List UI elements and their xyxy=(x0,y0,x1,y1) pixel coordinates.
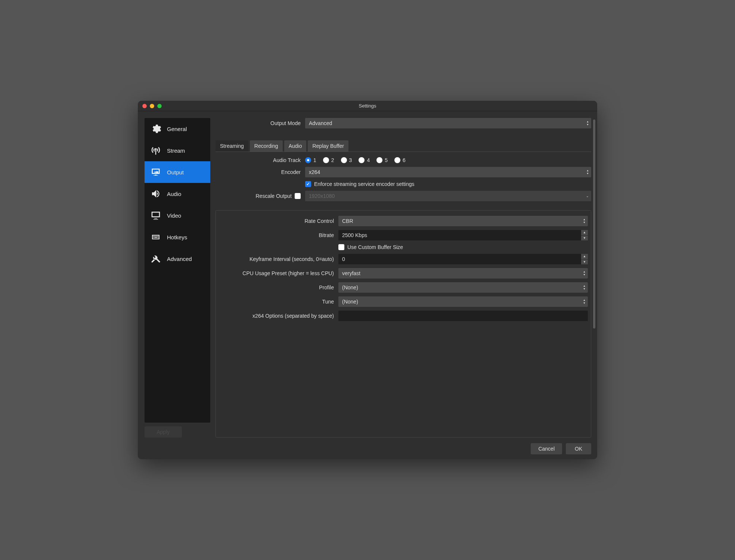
spinner-icon[interactable]: ▲▼ xyxy=(581,230,588,240)
sidebar-item-stream[interactable]: Stream xyxy=(145,140,210,161)
rescale-value: 1920x1080 xyxy=(309,193,335,199)
custom-buffer-label: Use Custom Buffer Size xyxy=(347,244,403,250)
sidebar-item-video[interactable]: Video xyxy=(145,205,210,226)
left-column: General Stream Output xyxy=(145,118,210,438)
encoder-label: Encoder xyxy=(215,169,305,175)
rescale-label: Rescale Output xyxy=(256,193,292,199)
footer: Cancel OK xyxy=(138,441,597,459)
tune-row: Tune (None) ▲▼ xyxy=(219,296,588,307)
preset-select[interactable]: veryfast ▲▼ xyxy=(338,268,588,279)
tab-audio[interactable]: Audio xyxy=(284,140,307,152)
enforce-label: Enforce streaming service encoder settin… xyxy=(314,181,414,187)
tab-recording[interactable]: Recording xyxy=(250,140,283,152)
updown-icon: ▲▼ xyxy=(583,271,586,276)
gear-icon xyxy=(149,122,162,136)
enforce-row: Enforce streaming service encoder settin… xyxy=(215,181,591,187)
audio-track-3[interactable]: 3 xyxy=(341,157,352,163)
audio-track-6[interactable]: 6 xyxy=(394,157,406,163)
output-mode-value: Advanced xyxy=(309,120,332,126)
sidebar-item-output[interactable]: Output xyxy=(145,161,210,183)
encoder-value: x264 xyxy=(309,169,320,175)
sidebar-item-advanced[interactable]: Advanced xyxy=(145,248,210,270)
apply-button-label: Apply xyxy=(156,429,170,435)
tab-replay-buffer[interactable]: Replay Buffer xyxy=(308,140,348,152)
rescale-row: Rescale Output 1920x1080 ⌄ xyxy=(215,191,591,201)
keyboard-icon xyxy=(149,230,162,244)
tab-streaming[interactable]: Streaming xyxy=(215,140,248,152)
audio-track-radios: 1 2 3 4 5 6 xyxy=(305,157,406,163)
profile-row: Profile (None) ▲▼ xyxy=(219,282,588,293)
updown-icon: ▲▼ xyxy=(583,285,586,290)
custom-buffer-row: Use Custom Buffer Size xyxy=(219,244,588,250)
profile-value: (None) xyxy=(342,284,358,290)
titlebar: Settings xyxy=(138,101,597,111)
audio-track-label: Audio Track xyxy=(215,157,305,163)
cancel-button[interactable]: Cancel xyxy=(531,443,562,454)
profile-label: Profile xyxy=(219,284,338,290)
updown-icon: ▲▼ xyxy=(586,121,589,126)
bitrate-value: 2500 Kbps xyxy=(342,232,367,238)
sidebar-item-label: Stream xyxy=(167,147,185,154)
rescale-checkbox[interactable] xyxy=(295,193,301,199)
scrollbar[interactable] xyxy=(593,119,595,329)
cancel-button-label: Cancel xyxy=(538,446,555,452)
output-mode-label: Output Mode xyxy=(215,120,305,126)
rate-control-select[interactable]: CBR ▲▼ xyxy=(338,216,588,226)
sidebar-item-audio[interactable]: Audio xyxy=(145,183,210,205)
bitrate-row: Bitrate 2500 Kbps ▲▼ xyxy=(219,230,588,240)
output-mode-row: Output Mode Advanced ▲▼ xyxy=(215,118,591,128)
speaker-icon xyxy=(149,187,162,200)
audio-track-2[interactable]: 2 xyxy=(323,157,334,163)
window-body: General Stream Output xyxy=(138,111,597,441)
output-tabs: Streaming Recording Audio Replay Buffer xyxy=(215,140,591,152)
encoder-settings-box: Rate Control CBR ▲▼ Bitrate 2500 Kbps ▲▼ xyxy=(215,210,591,438)
antenna-icon xyxy=(149,144,162,157)
ok-button-label: OK xyxy=(575,446,582,452)
sidebar-item-hotkeys[interactable]: Hotkeys xyxy=(145,226,210,248)
profile-select[interactable]: (None) ▲▼ xyxy=(338,282,588,293)
audio-track-4[interactable]: 4 xyxy=(359,157,370,163)
keyframe-row: Keyframe Interval (seconds, 0=auto) 0 ▲▼ xyxy=(219,254,588,264)
preset-value: veryfast xyxy=(342,270,360,276)
x264opts-row: x264 Options (separated by space) xyxy=(219,311,588,321)
sidebar-item-label: Audio xyxy=(167,191,181,197)
enforce-checkbox[interactable] xyxy=(305,181,311,187)
rescale-select[interactable]: 1920x1080 ⌄ xyxy=(305,191,591,201)
sidebar-item-label: Video xyxy=(167,212,181,219)
sidebar-item-label: General xyxy=(167,126,187,132)
x264opts-label: x264 Options (separated by space) xyxy=(219,313,338,319)
sidebar-item-general[interactable]: General xyxy=(145,118,210,140)
monitor-icon xyxy=(149,209,162,222)
updown-icon: ▲▼ xyxy=(583,299,586,304)
audio-track-5[interactable]: 5 xyxy=(376,157,388,163)
custom-buffer-check-row[interactable]: Use Custom Buffer Size xyxy=(338,244,403,250)
sidebar-item-label: Output xyxy=(167,169,184,175)
tune-label: Tune xyxy=(219,299,338,305)
custom-buffer-checkbox[interactable] xyxy=(338,244,344,250)
keyframe-label: Keyframe Interval (seconds, 0=auto) xyxy=(219,256,338,262)
enforce-check-row[interactable]: Enforce streaming service encoder settin… xyxy=(305,181,414,187)
keyframe-value: 0 xyxy=(342,256,345,262)
bitrate-input[interactable]: 2500 Kbps ▲▼ xyxy=(338,230,588,240)
rate-control-value: CBR xyxy=(342,218,353,224)
updown-icon: ▲▼ xyxy=(586,169,589,175)
preset-row: CPU Usage Preset (higher = less CPU) ver… xyxy=(219,268,588,279)
spinner-icon[interactable]: ▲▼ xyxy=(581,254,588,264)
x264opts-input[interactable] xyxy=(338,311,588,321)
tools-icon xyxy=(149,252,162,265)
encoder-row: Encoder x264 ▲▼ xyxy=(215,167,591,177)
apply-button[interactable]: Apply xyxy=(145,426,182,438)
tune-value: (None) xyxy=(342,299,358,305)
bitrate-label: Bitrate xyxy=(219,232,338,238)
encoder-select[interactable]: x264 ▲▼ xyxy=(305,167,591,177)
ok-button[interactable]: OK xyxy=(566,443,591,454)
rate-control-row: Rate Control CBR ▲▼ xyxy=(219,216,588,226)
sidebar-item-label: Advanced xyxy=(167,256,192,262)
audio-track-1[interactable]: 1 xyxy=(305,157,316,163)
audio-track-row: Audio Track 1 2 3 4 5 6 xyxy=(215,157,591,163)
tune-select[interactable]: (None) ▲▼ xyxy=(338,296,588,307)
settings-window: Settings General Stream xyxy=(138,101,597,459)
output-mode-select[interactable]: Advanced ▲▼ xyxy=(305,118,591,128)
chevron-down-icon: ⌄ xyxy=(586,195,589,197)
keyframe-input[interactable]: 0 ▲▼ xyxy=(338,254,588,264)
